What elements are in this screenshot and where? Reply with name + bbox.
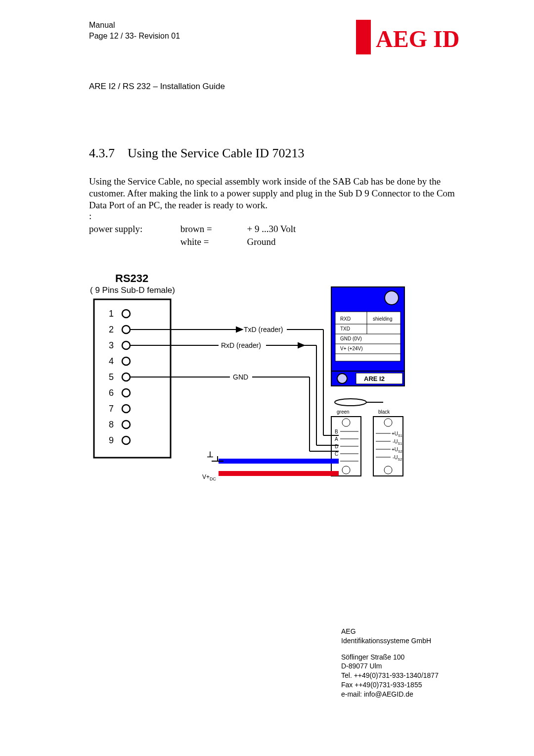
svg-rect-38: [219, 471, 339, 476]
footer-l2: Identifikationssysteme GmbH: [341, 636, 439, 646]
pin-circle-icon: [122, 389, 130, 397]
device-row: RXD: [340, 316, 351, 322]
pin-circle-icon: [122, 436, 130, 444]
pin-circle-icon: [122, 405, 130, 413]
pin-circle-icon: [122, 357, 130, 365]
footer-l7: e-mail: info@AEGID.de: [341, 690, 439, 699]
page: Manual Page 12 / 33- Revision 01 AEG ID …: [0, 0, 534, 756]
pin-number: 8: [109, 420, 114, 429]
txd-label: TxD (reader): [244, 326, 283, 333]
brown-val: + 9 ...30 Volt: [247, 224, 296, 235]
aeg-id-logo: AEG ID: [356, 20, 475, 59]
device-title: ARE I2: [364, 375, 385, 382]
black-label: black: [378, 409, 390, 415]
pin-number: 1: [109, 309, 114, 319]
pin-circle-icon: [122, 341, 130, 349]
pin-circle-icon: [122, 373, 130, 381]
pin-number: 3: [109, 340, 114, 350]
device-row: TXD: [340, 326, 350, 331]
pin-circle-icon: [122, 421, 130, 428]
footer-l3: Söflinger Straße 100: [341, 653, 439, 662]
doc-subtitle: ARE I2 / RS 232 – Installation Guide: [89, 82, 475, 92]
footer-l5: Tel. ++49(0)731-933-1340/1877: [341, 671, 439, 680]
svg-marker-1: [236, 327, 242, 332]
device-row: GND (0V): [340, 336, 362, 341]
logo-bar-icon: [356, 20, 371, 54]
device-screw-icon: [337, 374, 347, 383]
pin-number: 9: [109, 435, 114, 445]
power-supply-row-2: white = Ground: [89, 236, 475, 247]
ps-label: power supply:: [89, 224, 178, 235]
wiring-diagram: RS232 ( 9 Pins Sub-D female) 1 2 3 4 5 6…: [89, 272, 410, 500]
pin-number: 6: [109, 388, 114, 398]
power-supply-row-1: power supply: brown = + 9 ...30 Volt: [89, 224, 475, 235]
device-row: V+ (+24V): [340, 346, 363, 351]
svg-point-12: [335, 399, 366, 406]
conn-pin: B: [335, 429, 338, 434]
pin-circle-icon: [122, 310, 130, 318]
brown-eq: brown =: [180, 224, 245, 235]
pin-group: 1 2 3 4 5 6 7 8 9: [109, 309, 130, 445]
ground-vplus: ⊥ V+DC: [202, 450, 339, 481]
green-label: green: [337, 409, 350, 415]
pin-number: 2: [109, 325, 114, 334]
svg-marker-6: [298, 343, 304, 348]
bottom-connectors: green black B A D C E +US1 -US1: [331, 409, 403, 476]
section-paragraph: Using the Service Cable, no special asse…: [89, 176, 475, 211]
pin-number: 5: [109, 372, 114, 382]
section-number: 4.3.7: [89, 146, 115, 160]
conn-pin: C: [335, 451, 338, 457]
diagram-subtitle: ( 9 Pins Sub-D female): [90, 285, 175, 295]
device-box: RXD shielding TXD GND (0V) V+ (+24V) ARE…: [331, 287, 404, 386]
section-heading: 4.3.7 Using the Service Cable ID 70213: [89, 146, 475, 161]
pin-number: 4: [109, 356, 114, 366]
diagram-title: RS232: [115, 272, 148, 284]
svg-rect-29: [373, 417, 403, 476]
conn-pin: D: [335, 444, 338, 449]
footer-l6: Fax ++49(0)731-933-1855: [341, 680, 439, 690]
footer-l4: D-89077 Ulm: [341, 662, 439, 671]
pin-circle-icon: [122, 326, 130, 333]
rxd-label: RxD (reader): [221, 341, 261, 349]
vplus-label: V+DC: [202, 473, 217, 481]
ground-symbol-icon: ⊥: [207, 450, 214, 459]
logo-text: AEG ID: [376, 26, 459, 52]
device-shielding: shielding: [373, 316, 392, 322]
footer-address: AEG Identifikationssysteme GmbH Söflinge…: [341, 627, 439, 699]
subd-connector-outline: [94, 299, 171, 458]
colon-line: :: [89, 211, 475, 222]
footer-l1: AEG: [341, 627, 439, 636]
section-title: Using the Service Cable ID 70213: [128, 146, 304, 160]
white-eq: white =: [180, 236, 245, 247]
device-screw-icon: [385, 291, 399, 305]
conn-pin: A: [335, 436, 338, 442]
gnd-label: GND: [233, 373, 248, 381]
pin-number: 7: [109, 404, 114, 414]
svg-rect-37: [219, 459, 339, 464]
white-val: Ground: [247, 236, 276, 247]
